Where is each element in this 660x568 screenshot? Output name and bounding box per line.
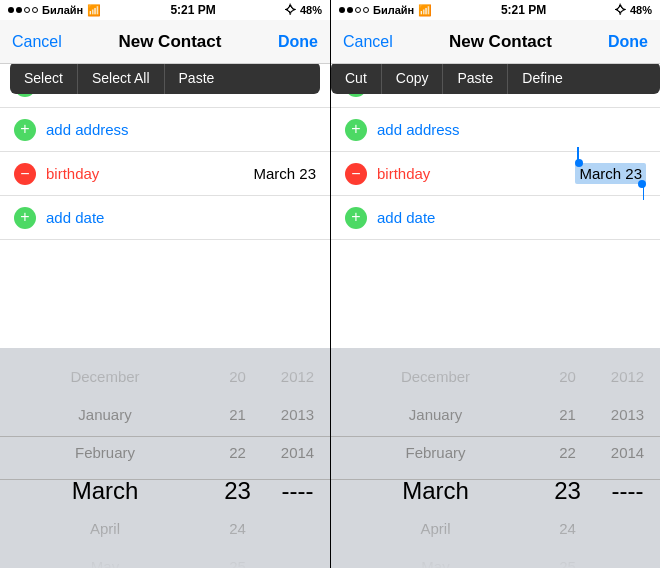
cancel-button-right[interactable]: Cancel [343,33,393,51]
minus-icon-right[interactable]: − [345,163,367,185]
status-right-right: ⯎ 48% [615,4,652,16]
birthday-row-right[interactable]: − birthday March 23 [331,152,660,196]
popup-select-left[interactable]: Select [10,64,78,94]
picker-month-apr-left: April [0,510,210,548]
signal-dots-right [339,7,369,13]
picker-left[interactable]: December January February March April Ma… [0,348,330,568]
picker-month-dec-left: December [0,358,210,396]
minus-glyph-left: − [20,166,29,182]
battery-left: 48% [300,4,322,16]
add-address-label-right: add address [377,121,460,138]
time-left: 5:21 PM [170,3,215,17]
popup-copy-right[interactable]: Copy [382,64,444,94]
signal-dot-r2 [347,7,353,13]
add-address-row-left[interactable]: + add address Select Select All Paste [0,108,330,152]
picker-month-apr-right: April [331,510,540,548]
picker-day-24-right: 24 [540,510,595,548]
add-date-label-left: add date [46,209,104,226]
picker-month-may-right: May [331,548,540,568]
carrier-left: Билайн [42,4,83,16]
page-title-left: New Contact [118,32,221,52]
picker-month-may-left: May [0,548,210,568]
picker-month-feb-right: February [331,434,540,472]
picker-day-21-left: 21 [210,396,265,434]
status-right-left: ⯎ 48% [285,4,322,16]
picker-columns-right: December January February March April Ma… [331,348,660,568]
done-button-right[interactable]: Done [608,33,648,51]
battery-right: 48% [630,4,652,16]
add-address-label-left: add address [46,121,129,138]
add-address-row-right[interactable]: + add address Cut Copy Paste Define [331,108,660,152]
birthday-row-left[interactable]: − birthday March 23 [0,152,330,196]
minus-icon-left[interactable]: − [14,163,36,185]
content-right: + add URL + add address Cut Copy Paste D… [331,64,660,568]
picker-day-right[interactable]: 20 21 22 23 24 25 26 [540,348,595,568]
popup-selectall-left[interactable]: Select All [78,64,165,94]
picker-yr-2013-right: 2013 [595,396,660,434]
bt-icon-right: ⯎ [615,4,626,16]
done-button-left[interactable]: Done [278,33,318,51]
signal-dot-2 [16,7,22,13]
popup-define-right[interactable]: Define [508,64,576,94]
signal-dot-r4 [363,7,369,13]
popup-paste-left[interactable]: Paste [165,64,229,94]
cursor-line-top-right [577,147,579,163]
picker-month-dec-right: December [331,358,540,396]
picker-day-22-left: 22 [210,434,265,472]
picker-day-left[interactable]: 20 21 22 23 24 25 26 [210,348,265,568]
picker-yr-2014-left: 2014 [265,434,330,472]
picker-day-25-left: 25 [210,548,265,568]
picker-month-right[interactable]: December January February March April Ma… [331,348,540,568]
wifi-icon-left: 📶 [87,4,101,17]
left-panel: Билайн 📶 5:21 PM ⯎ 48% Cancel New Contac… [0,0,330,568]
picker-month-left[interactable]: December January February March April Ma… [0,348,210,568]
status-left-right: Билайн 📶 [339,4,432,17]
plus-icon-left-addr: + [20,121,29,137]
nav-bar-left: Cancel New Contact Done [0,20,330,64]
birthday-label-right: birthday [377,165,430,182]
picker-day-23-right: 23 [540,472,595,510]
picker-day-25-right: 25 [540,548,595,568]
carrier-right: Билайн [373,4,414,16]
picker-yr-2012-right: 2012 [595,358,660,396]
add-address-icon-right[interactable]: + [345,119,367,141]
signal-dot-r1 [339,7,345,13]
wifi-icon-right: 📶 [418,4,432,17]
picker-day-23-left: 23 [210,472,265,510]
add-address-icon-left[interactable]: + [14,119,36,141]
cancel-button-left[interactable]: Cancel [12,33,62,51]
add-date-icon-left[interactable]: + [14,207,36,229]
plus-icon-right-date: + [351,209,360,225]
birthday-value-left: March 23 [253,165,316,182]
plus-icon-left-date: + [20,209,29,225]
popup-menu-right: Cut Copy Paste Define [331,64,660,94]
picker-columns-left: December January February March April Ma… [0,348,330,568]
add-date-icon-right[interactable]: + [345,207,367,229]
picker-day-20-right: 20 [540,358,595,396]
status-left: Билайн 📶 [8,4,101,17]
page-title-right: New Contact [449,32,552,52]
picker-yr-2014-right: 2014 [595,434,660,472]
popup-cut-right[interactable]: Cut [331,64,382,94]
signal-dots [8,7,38,13]
add-date-label-right: add date [377,209,435,226]
picker-year-left[interactable]: 2012 2013 2014 ---- [265,348,330,568]
picker-right[interactable]: December January February March April Ma… [331,348,660,568]
picker-month-mar-right: March [331,472,540,510]
popup-paste-right[interactable]: Paste [443,64,508,94]
add-date-row-left[interactable]: + add date [0,196,330,240]
minus-glyph-right: − [351,166,360,182]
plus-icon-right-addr: + [351,121,360,137]
status-bar-left: Билайн 📶 5:21 PM ⯎ 48% [0,0,330,20]
add-date-row-right[interactable]: + add date [331,196,660,240]
picker-month-jan-left: January [0,396,210,434]
picker-year-right[interactable]: 2012 2013 2014 ---- [595,348,660,568]
picker-day-20-left: 20 [210,358,265,396]
bt-icon-left: ⯎ [285,4,296,16]
birthday-value-right[interactable]: March 23 [575,163,646,184]
picker-day-24-left: 24 [210,510,265,548]
signal-dot-3 [24,7,30,13]
content-left: + add URL + add address Select Select Al… [0,64,330,568]
picker-yr-2012-left: 2012 [265,358,330,396]
picker-day-21-right: 21 [540,396,595,434]
